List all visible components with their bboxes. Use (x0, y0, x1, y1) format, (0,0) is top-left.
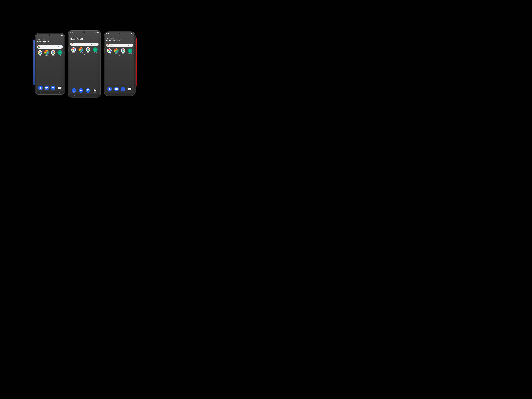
stylus-blue (33, 39, 35, 85)
zoom-icon-2 (79, 88, 83, 93)
app-chrome-1[interactable]: Chrome (50, 50, 56, 56)
nav-recent-2[interactable]: ||| (74, 95, 75, 96)
phone-note10plus: 00:00 ▲ ▋▋ ▮ SAMSUNG Galaxy Note10 + (69, 31, 101, 97)
app-playstore-3[interactable]: Play Store (127, 48, 133, 54)
svg-rect-24 (87, 89, 89, 91)
camera-icon-2 (93, 88, 97, 93)
app-label-chrome-1: Chrome (52, 55, 55, 56)
googlego-icon-3 (114, 48, 119, 53)
phone-note10lite: 00:00 ▲ ▋▋ ▮ SAMSUNG Galaxy Note10 Lite (104, 32, 135, 96)
lens-icon-1[interactable] (57, 46, 59, 48)
mic-icon-3[interactable]: 🎤 (125, 44, 127, 46)
apps-grid-2: Google Google Go (70, 47, 99, 53)
nav-back-1[interactable]: ‹ (59, 92, 60, 93)
wifi-icon-3: ▲ (130, 33, 131, 34)
google-icon-1 (38, 50, 42, 55)
app-playstore-2[interactable]: Play Store (92, 47, 99, 53)
nav-home-3[interactable]: ○ (120, 93, 120, 95)
apps-icon-1[interactable]: ⠿ (60, 46, 62, 48)
signal-icon-2: ▋▋ (96, 32, 98, 33)
lens-icon-3[interactable] (128, 44, 130, 46)
nav-recent-1[interactable]: ||| (40, 92, 41, 93)
svg-rect-23 (80, 90, 82, 91)
app-google-2[interactable]: Google (70, 47, 77, 53)
app-google-1[interactable]: Google (37, 50, 43, 56)
google-g-icon-1 (38, 46, 40, 48)
app-label-google-3: Google (108, 53, 111, 54)
search-bar-2[interactable]: Search... 🎤 ⠿ (70, 43, 99, 46)
dock-zoom-3[interactable] (114, 87, 119, 91)
nav-recent-3[interactable]: ||| (109, 93, 110, 95)
svg-point-8 (53, 52, 53, 53)
dock-zoom-1[interactable] (44, 86, 50, 90)
app-label-googlego-3: Google Go (114, 53, 118, 54)
google-icon-3 (107, 48, 112, 53)
app-googlego-1[interactable]: Google Go (44, 50, 50, 56)
dock-contacts-2[interactable] (71, 88, 77, 93)
nav-bar-1: ||| ○ ‹ (36, 91, 64, 94)
app-googlego-3[interactable]: Google Go (113, 48, 119, 54)
model-name-2: Galaxy Note10 + (70, 38, 99, 40)
search-text-2: Search... (74, 44, 90, 44)
app-playstore-1[interactable]: Play Store (57, 50, 63, 56)
dock-camera-2[interactable] (92, 88, 98, 93)
model-name-3: Galaxy Note10 Lite (106, 39, 133, 41)
lens-icon-2[interactable] (93, 43, 95, 45)
svg-point-17 (94, 44, 95, 44)
nav-back-3[interactable]: ‹ (130, 93, 130, 95)
app-chrome-2[interactable]: Chrome (85, 47, 91, 53)
mic-icon-1[interactable]: 🎤 (55, 46, 57, 48)
dock-messages-1[interactable] (50, 86, 56, 90)
phone-note10: 00:00 ▲ ▋▋ ▮ SAMSUNG Galaxy Note10 (35, 33, 64, 95)
google-icon-2 (71, 47, 76, 52)
app-google-3[interactable]: Google (106, 48, 112, 54)
status-bar-1: 00:00 ▲ ▋▋ ▮ (36, 34, 64, 36)
apps-icon-3[interactable]: ⠿ (130, 44, 132, 46)
wifi-icon-2: ▲ (95, 32, 96, 33)
svg-point-27 (95, 90, 95, 91)
svg-point-29 (128, 45, 129, 46)
nav-back-2[interactable]: ‹ (95, 95, 95, 96)
camera-notch-1 (49, 34, 51, 36)
dock-contacts-1[interactable] (38, 86, 43, 90)
mic-icon-2[interactable]: 🎤 (91, 43, 93, 45)
dot-1 (50, 57, 50, 57)
dock-contacts-3[interactable] (107, 87, 113, 91)
search-bar-1[interactable]: Search... 🎤 ⠿ (37, 45, 63, 49)
phone-screen-1: 00:00 ▲ ▋▋ ▮ SAMSUNG Galaxy Note10 (36, 34, 64, 94)
app-googlego-2[interactable]: Google Go (78, 47, 84, 53)
search-bar-3[interactable]: Search... 🎤 ⠿ (106, 44, 133, 47)
camera-icon-1 (57, 86, 62, 90)
wifi-icon: ▲ (60, 35, 60, 35)
dock-messages-2[interactable] (85, 88, 91, 93)
playstore-icon-1 (57, 50, 62, 55)
app-label-google-2: Google (72, 52, 75, 53)
dot-2 (84, 54, 85, 55)
dock-messages-3[interactable] (120, 87, 126, 91)
google-g-icon-2 (71, 43, 73, 45)
dock-camera-1[interactable] (57, 86, 62, 90)
chrome-icon-3 (121, 48, 125, 53)
apps-icon-2[interactable]: ⠿ (96, 43, 97, 45)
volume-button-3 (104, 48, 105, 53)
page-indicator-1 (37, 57, 63, 57)
svg-point-14 (59, 87, 60, 88)
nav-home-1[interactable]: ○ (50, 92, 51, 93)
svg-point-1 (58, 47, 58, 47)
nav-home-2[interactable]: ○ (84, 95, 85, 96)
svg-point-3 (58, 46, 58, 47)
dot-3 (120, 55, 120, 56)
dock-camera-3[interactable] (127, 87, 133, 91)
svg-point-16 (94, 44, 94, 44)
svg-point-31 (128, 45, 129, 45)
battery-icon-2: ▮ (98, 32, 99, 33)
svg-point-30 (129, 45, 129, 46)
app-chrome-3[interactable]: Chrome (120, 48, 126, 54)
status-bar-3: 00:00 ▲ ▋▋ ▮ (105, 32, 134, 35)
nav-bar-3: ||| ○ ‹ (105, 93, 134, 95)
dock-zoom-2[interactable] (78, 88, 84, 93)
googlego-icon-2 (79, 47, 83, 52)
phones-container: 00:00 ▲ ▋▋ ▮ SAMSUNG Galaxy Note10 (32, 25, 138, 102)
camera-notch-2 (83, 31, 85, 33)
googlego-icon-1 (44, 50, 49, 55)
